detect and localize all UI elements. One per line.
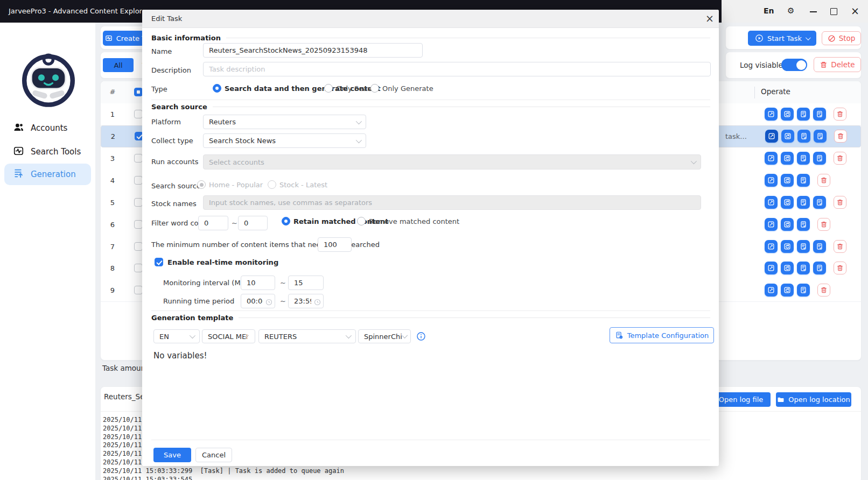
sidebar-item-generation[interactable]: Generation [4,164,91,185]
copy-task-button[interactable] [781,108,794,121]
edit-task-button[interactable] [765,196,778,209]
row-checkbox[interactable] [134,286,143,294]
log-visible-toggle[interactable] [781,59,807,71]
settings-gear-icon[interactable]: ⚙ [787,6,794,16]
interval-from-input[interactable] [241,276,275,290]
template-category-select[interactable]: SOCIAL MEDIA P [202,329,255,343]
copy-task-button[interactable] [781,196,794,209]
delete-task-button[interactable] [817,218,830,231]
view-data-button[interactable] [813,262,826,274]
tab-all[interactable]: All [103,58,134,72]
view-log-button[interactable] [797,152,810,165]
delete-task-button[interactable] [834,108,846,121]
sidebar-item-accounts[interactable]: Accounts [4,117,91,139]
type-radio-only-generate[interactable] [370,84,379,93]
template-name-select[interactable]: REUTERS [258,329,356,343]
view-data-button[interactable] [813,108,826,121]
template-spinner-select[interactable]: SpinnerChief [358,329,411,343]
maximize-icon[interactable] [830,8,837,15]
copy-task-button[interactable] [781,240,794,253]
row-checkbox[interactable] [134,176,143,185]
type-radio-search-generate[interactable] [213,84,221,93]
row-checkbox[interactable] [134,220,143,229]
type-radio-only-search[interactable] [324,84,333,93]
open-log-location-button[interactable]: Open log location [776,392,851,407]
save-label: Save [164,451,181,459]
period-to-input[interactable] [288,294,324,308]
filter-max-input[interactable] [238,216,268,230]
delete-task-button[interactable] [834,240,846,253]
platform-select[interactable]: Reuters [203,115,366,129]
language-switch[interactable]: En [764,6,774,15]
filter-min-input[interactable] [198,216,228,230]
delete-task-button[interactable] [817,284,830,297]
template-spinner-value: SpinnerChief [364,333,402,341]
create-task-icon [105,34,113,42]
edit-task-button[interactable] [765,262,778,274]
filter-radio-remove[interactable] [357,217,366,225]
period-from-input[interactable] [241,294,275,308]
view-log-button[interactable] [797,218,810,231]
row-checkbox[interactable] [134,154,143,163]
template-configuration-button[interactable]: Template Configuration [610,327,714,343]
enable-monitoring-checkbox[interactable] [155,258,163,266]
edit-task-button[interactable] [765,240,778,253]
row-checkbox[interactable] [134,264,143,272]
edit-task-button[interactable] [765,174,778,187]
view-log-button[interactable] [797,262,810,274]
name-input[interactable] [203,43,423,58]
minimize-icon[interactable] [810,11,817,12]
edit-task-button[interactable] [765,108,778,121]
row-checkbox[interactable] [134,198,143,207]
delete-task-button[interactable] [834,196,846,209]
cancel-button[interactable]: Cancel [195,448,232,462]
view-data-button[interactable] [813,152,826,165]
delete-task-button[interactable] [834,152,846,165]
edit-task-button[interactable] [765,130,778,143]
view-data-button[interactable] [814,130,827,143]
copy-task-button[interactable] [781,174,794,187]
copy-task-button[interactable] [781,262,794,274]
row-checkbox[interactable] [134,110,143,118]
copy-task-button[interactable] [781,284,794,297]
view-data-button[interactable] [813,240,826,253]
close-window-icon[interactable]: × [851,5,859,17]
stop-button[interactable]: Stop [822,31,861,45]
type-option-label: Only Generate [382,84,433,93]
template-config-icon [615,331,624,340]
edit-task-button[interactable] [765,152,778,165]
save-button[interactable]: Save [153,448,191,462]
template-language-select[interactable]: EN [153,329,200,343]
row-checkbox[interactable] [134,242,143,251]
cancel-label: Cancel [202,451,226,459]
description-input[interactable] [203,62,711,76]
view-log-button[interactable] [797,240,810,253]
sidebar-item-label: Generation [31,170,76,179]
view-log-button[interactable] [797,174,810,187]
view-data-button[interactable] [813,196,826,209]
start-task-button[interactable]: Start Task [748,31,816,46]
delete-task-button[interactable] [817,174,830,187]
delete-task-button[interactable] [834,262,846,274]
copy-task-button[interactable] [781,130,794,143]
chevron-down-icon [190,333,195,338]
min-items-input[interactable] [318,237,352,252]
delete-task-button[interactable] [834,130,847,143]
edit-task-button[interactable] [765,218,778,231]
interval-to-input[interactable] [288,276,324,290]
modal-close-icon[interactable]: × [704,12,716,24]
info-icon[interactable] [416,331,426,343]
view-log-button[interactable] [797,130,810,143]
collect-type-select[interactable]: Search Stock News [203,133,366,148]
copy-task-button[interactable] [781,218,794,231]
view-log-button[interactable] [797,108,810,121]
platform-label: Platform [151,118,181,126]
view-log-button[interactable] [797,284,810,297]
filter-radio-retain[interactable] [282,217,290,225]
select-all-checkbox[interactable] [134,88,143,96]
delete-button[interactable]: Delete [814,57,861,72]
view-log-button[interactable] [797,196,810,209]
sidebar-item-search-tools[interactable]: Search Tools [4,141,91,163]
copy-task-button[interactable] [781,152,794,165]
edit-task-button[interactable] [765,284,778,297]
